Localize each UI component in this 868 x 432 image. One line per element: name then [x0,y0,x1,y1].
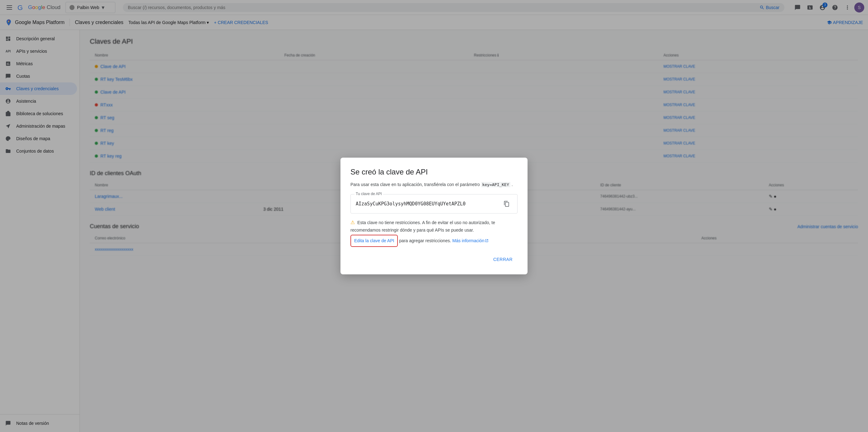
modal-overlay: Se creó la clave de API Para usar esta c… [0,0,868,432]
dialog-code-snippet: key=API_KEY [481,182,510,187]
edit-api-key-link[interactable]: Edita la clave de API [354,238,394,243]
dialog-description: Para usar esta clave en tu aplicación, t… [350,181,518,188]
close-dialog-button[interactable]: CERRAR [488,254,518,264]
api-key-label: Tu clave de API [354,192,383,196]
more-info-link[interactable]: Más información [453,237,489,244]
warning-box: ⚠ Esta clave no tiene restricciones. A f… [350,219,518,247]
more-info-label: Más información [453,237,485,244]
warning-icon: ⚠ [350,220,355,225]
dialog-title: Se creó la clave de API [350,168,518,176]
edit-key-highlight: Edita la clave de API [350,235,398,247]
api-key-field: Tu clave de API AIzaSyCuKPG3olysyhMQD0YG… [350,194,518,213]
copy-api-key-button[interactable] [501,198,512,209]
dialog-footer: CERRAR [350,254,518,264]
warning-text-before: Esta clave no tiene restricciones. A fin… [350,220,495,233]
api-key-value: AIzaSyCuKPG3olysyhMQD0YG08EUYqUYetAPZL0 [356,201,501,207]
api-key-created-dialog: Se creó la clave de API Para usar esta c… [340,157,528,274]
warning-text-after: para agregar restricciones. [399,238,452,243]
